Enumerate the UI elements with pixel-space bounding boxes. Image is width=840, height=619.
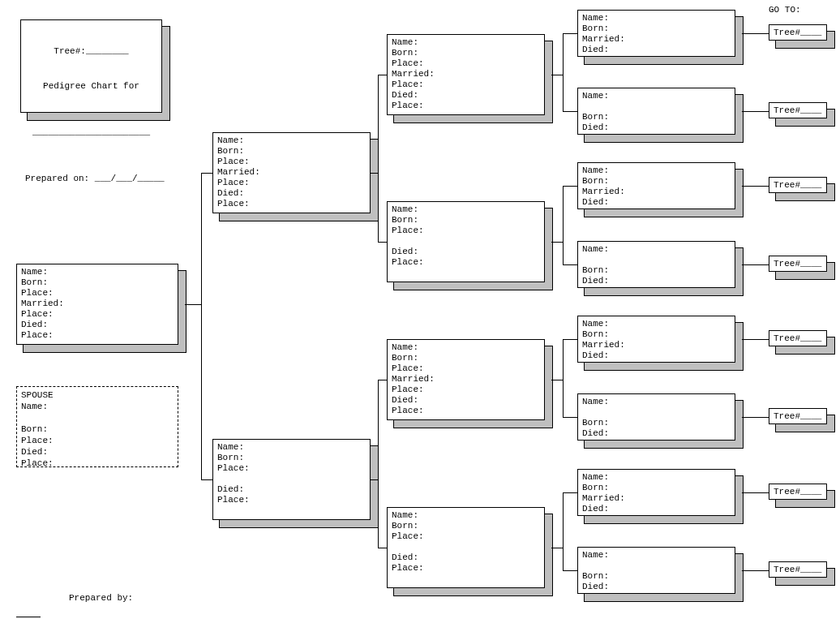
c-g2m-out <box>371 479 378 480</box>
gen3-4: Name: Born: Place: Died: Place: <box>387 507 545 588</box>
treeref-5: Tree#____ <box>769 330 827 346</box>
title: Pedigree Chart for <box>25 81 157 92</box>
c-g3-2-v <box>563 186 564 264</box>
c-g3-3-out <box>551 380 563 380</box>
gen4-7-f: Name: Born: Married: Died: <box>577 469 735 516</box>
c-g3-2-in <box>378 242 387 243</box>
gen4-8-f: Name: Born: Died: <box>577 547 735 594</box>
treeref-2: Tree#____ <box>769 102 827 118</box>
gen4-1-f: Name: Born: Married: Died: <box>577 10 735 57</box>
gen4-3-f: Name: Born: Married: Died: <box>577 162 735 209</box>
gen2-father: Name: Born: Place: Married: Place: Died:… <box>212 132 371 213</box>
gen3-2-fields: Name: Born: Place: Died: Place: <box>387 201 545 282</box>
gen4-6: Name: Born: Died: <box>577 393 735 441</box>
prep-line <box>16 617 41 617</box>
gen4-7: Name: Born: Married: Died: <box>577 469 735 516</box>
gen1-fields: Name: Born: Place: Married: Place: Died:… <box>16 264 178 345</box>
c-g2m-in <box>201 479 212 480</box>
c-g3-2-out <box>551 242 563 243</box>
c-g2m-v <box>378 380 379 548</box>
gen4-2-f: Name: Born: Died: <box>577 88 735 135</box>
treeref-8: Tree#____ <box>769 561 827 578</box>
gen3-1-fields: Name: Born: Place: Married: Place: Died:… <box>387 34 545 115</box>
goto-label: GO TO: <box>769 5 801 15</box>
c-g3-1-v <box>563 33 564 111</box>
header-box: Tree#:________ Pedigree Chart for ______… <box>20 19 162 113</box>
gen4-8: Name: Born: Died: <box>577 547 735 594</box>
tree-no: Tree#:________ <box>25 46 157 57</box>
gen3-3: Name: Born: Place: Married: Place: Died:… <box>387 339 545 420</box>
gen2-father-fields: Name: Born: Place: Married: Place: Died:… <box>212 132 371 213</box>
prepared-on: Prepared on: ___/___/_____ <box>25 174 157 184</box>
treeref-5-f: Tree#____ <box>769 330 827 346</box>
treeref-1-f: Tree#____ <box>769 24 827 41</box>
treeref-6-f: Tree#____ <box>769 408 827 424</box>
c-g3-3-in <box>378 380 387 380</box>
gen3-3-fields: Name: Born: Place: Married: Place: Died:… <box>387 339 545 420</box>
c-g3-4-out <box>551 548 563 548</box>
spouse-box: SPOUSE Name: Born: Place: Died: Place: <box>16 386 178 467</box>
gen3-1: Name: Born: Place: Married: Place: Died:… <box>387 34 545 115</box>
treeref-1: Tree#____ <box>769 24 827 41</box>
gen2-mother-fields: Name: Born: Place: Died: Place: <box>212 439 371 520</box>
prepared-by: Prepared by: <box>69 593 133 603</box>
treeref-6: Tree#____ <box>769 408 827 424</box>
gen4-5-f: Name: Born: Married: Died: <box>577 316 735 363</box>
c-g3-3-v <box>563 339 564 417</box>
gen4-1: Name: Born: Married: Died: <box>577 10 735 57</box>
treeref-7: Tree#____ <box>769 484 827 500</box>
treeref-7-f: Tree#____ <box>769 484 827 500</box>
treeref-8-f: Tree#____ <box>769 561 827 578</box>
gen4-4-f: Name: Born: Died: <box>577 241 735 288</box>
c-g1-out <box>185 304 201 305</box>
name-line: ______________________ <box>25 127 157 138</box>
c-g3-1-out <box>551 75 563 75</box>
treeref-3: Tree#____ <box>769 177 827 193</box>
gen4-5: Name: Born: Married: Died: <box>577 316 735 363</box>
gen1-person: Name: Born: Place: Married: Place: Died:… <box>16 264 178 345</box>
gen4-4: Name: Born: Died: <box>577 241 735 288</box>
gen4-2: Name: Born: Died: <box>577 88 735 135</box>
treeref-3-f: Tree#____ <box>769 177 827 193</box>
c-g2f-out <box>371 173 378 174</box>
treeref-4: Tree#____ <box>769 256 827 272</box>
gen2-mother: Name: Born: Place: Died: Place: <box>212 439 371 520</box>
treeref-2-f: Tree#____ <box>769 102 827 118</box>
gen4-6-f: Name: Born: Died: <box>577 393 735 441</box>
c-g3-4-v <box>563 492 564 570</box>
c-g3-1-in <box>378 75 387 75</box>
c-g3-4-in <box>378 548 387 548</box>
c-g2f-in <box>201 173 212 174</box>
gen4-3: Name: Born: Married: Died: <box>577 162 735 209</box>
c-g1-v <box>201 173 202 479</box>
treeref-4-f: Tree#____ <box>769 256 827 272</box>
c-g2f-v <box>378 75 379 242</box>
gen3-2: Name: Born: Place: Died: Place: <box>387 201 545 282</box>
gen3-4-fields: Name: Born: Place: Died: Place: <box>387 507 545 588</box>
